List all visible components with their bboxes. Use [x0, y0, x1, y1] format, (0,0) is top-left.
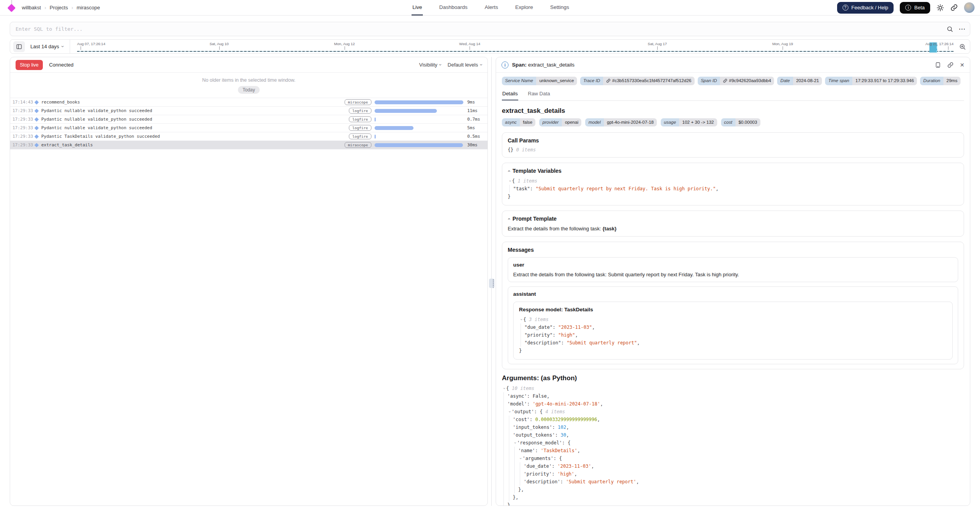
detail-tabs: DetailsRaw Data: [502, 89, 964, 101]
log-row[interactable]: 17:29:33Pydantic TaskDetails validate_py…: [10, 132, 487, 141]
logfire-logo-icon[interactable]: [7, 0, 16, 16]
collapse-arrow-icon[interactable]: ›: [500, 386, 508, 391]
log-row[interactable]: 17:29:33Pydantic nullable validate_pytho…: [10, 124, 487, 132]
duration-bar-track: [375, 100, 463, 104]
open-in-panel-icon[interactable]: [935, 62, 941, 68]
indent-guide: [502, 478, 507, 486]
timeline-track[interactable]: Aug 07, 17:26:14Sat, Aug 10Mon, Aug 12We…: [77, 40, 954, 53]
nav-tabs: LiveDashboardsAlertsExploreSettings: [412, 0, 570, 16]
default-levels-dropdown[interactable]: Default levels ›: [448, 62, 482, 68]
prompt-template-text: Extract the details from the following t…: [508, 226, 958, 232]
log-row[interactable]: 17:14:43recommend_booksmirascope9ms: [10, 98, 487, 107]
duration-bar: [375, 143, 463, 147]
tag-pill[interactable]: logfire: [349, 108, 371, 114]
tag-pill[interactable]: mirascope: [345, 142, 371, 148]
beta-button[interactable]: i Beta: [900, 2, 930, 14]
log-row[interactable]: 17:29:33extract_task_detailsmirascope30m…: [10, 141, 487, 149]
sql-filter-input[interactable]: [10, 22, 970, 36]
tag-pill[interactable]: logfire: [349, 116, 371, 122]
tab-raw-data[interactable]: Raw Data: [528, 89, 551, 100]
badge-cost: cost$0.00003: [721, 118, 760, 127]
collapse-arrow-icon[interactable]: ›: [517, 318, 525, 322]
panel-resizer[interactable]: [488, 57, 496, 506]
collapse-icon[interactable]: ›: [506, 170, 511, 172]
tab-dashboards[interactable]: Dashboards: [438, 0, 468, 16]
link-icon: [723, 79, 727, 83]
feedback-help-button[interactable]: ? Feedback / Help: [837, 2, 894, 14]
span-diamond-icon: [34, 109, 39, 113]
span-diamond-icon: [34, 126, 39, 130]
log-row[interactable]: 17:29:33Pydantic nullable validate_pytho…: [10, 115, 487, 124]
meta-service-name: Service Nameunknown_service: [502, 77, 577, 85]
link-icon: [606, 79, 611, 83]
indent-guide: [507, 493, 513, 501]
collapse-arrow-icon[interactable]: ›: [511, 441, 519, 445]
collapse-icon[interactable]: ›: [506, 218, 511, 219]
timeline-tick-mark: [783, 46, 783, 50]
empty-window-message: No older items in the selected time wind…: [10, 77, 487, 83]
stop-live-button[interactable]: Stop live: [16, 60, 43, 70]
drag-handle-icon[interactable]: [489, 279, 494, 288]
collapse-arrow-icon[interactable]: ›: [517, 456, 524, 461]
badge-cost-label: cost: [721, 118, 735, 127]
copy-span-link-icon[interactable]: [947, 62, 954, 68]
meta-time-span-value: 17:29:33.917 to 17:29:33.946: [852, 77, 917, 85]
sidebar-toggle-button[interactable]: [13, 41, 25, 52]
span-title: extract_task_details: [502, 107, 964, 115]
log-row[interactable]: 17:29:33Pydantic nullable validate_pytho…: [10, 107, 487, 115]
log-time: 17:29:33: [12, 117, 34, 122]
collapse-arrow-icon[interactable]: ›: [506, 410, 514, 414]
breadcrumb-item[interactable]: mirascope: [77, 5, 100, 11]
timeline-tick-mark: [219, 46, 220, 50]
meta-trace-id-value[interactable]: #c3b5157330ea5c1fd4572747af512d26: [603, 77, 694, 85]
span-badges: asyncfalseprovideropenaimodelgpt-4o-mini…: [502, 118, 964, 127]
tab-alerts[interactable]: Alerts: [484, 0, 499, 16]
tag-pill[interactable]: logfire: [349, 133, 371, 139]
call-params-empty: {}: [508, 147, 513, 153]
tab-live[interactable]: Live: [412, 0, 423, 16]
duration-bar: [375, 135, 376, 139]
tag-pill[interactable]: logfire: [349, 125, 371, 131]
search-icon[interactable]: [947, 26, 953, 32]
log-time: 17:29:33: [12, 142, 34, 147]
timeline-zoom-in-button[interactable]: [959, 43, 966, 50]
meta-time-span: Time span17:29:33.917 to 17:29:33.946: [825, 77, 917, 85]
indent-guide: [502, 455, 507, 462]
duration-bar: [375, 109, 437, 113]
badge-async: asyncfalse: [502, 118, 535, 127]
meta-span-id-value[interactable]: #9c942620aa93dbb4: [720, 77, 774, 85]
duration-label: 9ms: [467, 100, 485, 105]
indent-guide: [519, 323, 524, 331]
theme-toggle-button[interactable]: [936, 4, 944, 12]
badge-provider-value: openai: [562, 118, 582, 127]
time-range-label: Last 14 days: [30, 44, 59, 49]
collapse-arrow-icon[interactable]: ›: [506, 179, 514, 183]
topbar: willbakst›Projects›mirascope LiveDashboa…: [0, 0, 980, 16]
question-icon: ?: [843, 5, 848, 11]
timeline-tick-mark: [948, 46, 948, 50]
user-avatar[interactable]: [964, 2, 975, 13]
more-options-icon[interactable]: ⋯: [959, 25, 966, 33]
tab-details[interactable]: Details: [502, 89, 518, 100]
indent-guide: [507, 486, 513, 493]
tree-line: ›'response_model': {: [502, 439, 964, 447]
tab-settings[interactable]: Settings: [549, 0, 570, 16]
visibility-dropdown[interactable]: Visibility ›: [419, 62, 442, 68]
breadcrumb-separator: ›: [71, 5, 73, 11]
breadcrumb-item[interactable]: willbakst: [22, 5, 41, 11]
message-text: Extract the details from the following t…: [513, 272, 953, 277]
time-range-select[interactable]: Last 14 days ›: [30, 44, 63, 49]
timeline-tick-label: Sat, Aug 10: [209, 42, 229, 46]
tag-pill[interactable]: mirascope: [345, 99, 371, 105]
tab-explore[interactable]: Explore: [514, 0, 534, 16]
indent-guide: [507, 462, 513, 470]
duration-label: 5ms: [467, 125, 485, 130]
close-icon[interactable]: ✕: [960, 62, 964, 68]
log-name: recommend_books: [41, 100, 345, 105]
tree-line: }: [508, 193, 958, 200]
meta-service-name-label: Service Name: [502, 77, 536, 85]
breadcrumb-item[interactable]: Projects: [49, 5, 68, 11]
meta-span-id-label: Span ID: [698, 77, 720, 85]
copy-link-button[interactable]: [950, 4, 958, 11]
badge-cost-value: $0.00003: [735, 118, 760, 127]
